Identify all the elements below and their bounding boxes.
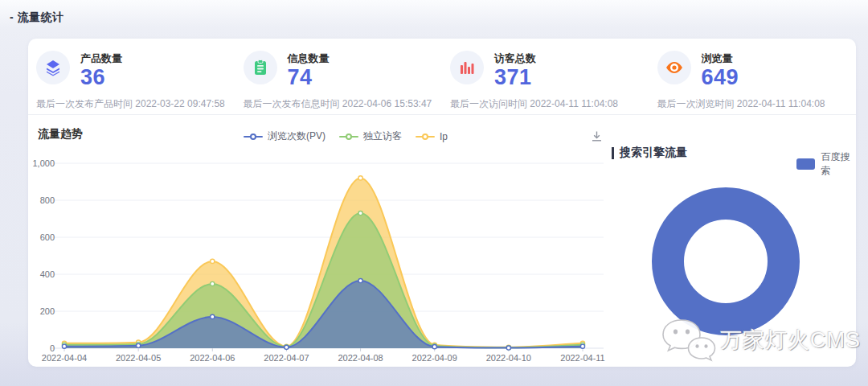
search-engine-donut-chart[interactable] — [652, 187, 800, 335]
svg-text:1,000: 1,000 — [32, 158, 55, 168]
svg-text:2022-04-05: 2022-04-05 — [116, 353, 161, 363]
stat-caption: 最后一次浏览时间 2022-04-11 11:04:08 — [657, 97, 857, 111]
eye-icon — [657, 51, 691, 84]
svg-text:2022-04-06: 2022-04-06 — [190, 353, 235, 363]
stat-caption: 最后一次访问时间 2022-04-11 11:04:08 — [450, 97, 649, 111]
title-accent-bar — [612, 147, 614, 159]
svg-text:2022-04-04: 2022-04-04 — [42, 353, 87, 363]
svg-text:400: 400 — [40, 269, 55, 279]
svg-text:800: 800 — [40, 195, 55, 205]
stat-value: 36 — [80, 66, 122, 88]
legend-label: 百度搜索 — [821, 150, 856, 178]
stats-row: 产品数量 36 最后一次发布产品时间 2022-03-22 09:47:58 — [28, 39, 856, 115]
stat-card-products: 产品数量 36 最后一次发布产品时间 2022-03-22 09:47:58 — [28, 39, 235, 114]
svg-text:2022-04-07: 2022-04-07 — [264, 353, 309, 363]
stat-label: 信息数量 — [288, 51, 330, 66]
svg-text:2022-04-08: 2022-04-08 — [338, 353, 383, 363]
layers-icon — [36, 51, 70, 84]
stat-card-visitors: 访客总数 371 最后一次访问时间 2022-04-11 11:04:08 — [442, 39, 649, 114]
pie-legend-baidu[interactable]: 百度搜索 — [796, 150, 856, 178]
stat-card-pageviews: 浏览量 649 最后一次浏览时间 2022-04-11 11:04:08 — [649, 39, 857, 114]
svg-text:0: 0 — [50, 343, 55, 353]
svg-text:2022-04-10: 2022-04-10 — [486, 353, 531, 363]
svg-text:200: 200 — [40, 306, 55, 316]
dashboard-panel: 产品数量 36 最后一次发布产品时间 2022-03-22 09:47:58 — [28, 39, 856, 367]
stat-value: 371 — [494, 66, 536, 88]
stat-value: 74 — [288, 66, 330, 88]
traffic-trend-chart[interactable]: 02004006008001,0002022-04-042022-04-0520… — [28, 119, 615, 365]
stat-caption: 最后一次发布信息时间 2022-04-06 15:53:47 — [244, 97, 443, 111]
svg-text:2022-04-11: 2022-04-11 — [560, 353, 604, 363]
stat-label: 产品数量 — [80, 51, 122, 66]
stat-card-messages: 信息数量 74 最后一次发布信息时间 2022-04-06 15:53:47 — [235, 39, 443, 114]
search-engine-title: 搜索引擎流量 — [612, 146, 687, 160]
clipboard-icon — [244, 51, 277, 84]
svg-text:600: 600 — [40, 232, 55, 242]
stat-caption: 最后一次发布产品时间 2022-03-22 09:47:58 — [36, 97, 235, 111]
svg-text:2022-04-09: 2022-04-09 — [412, 353, 457, 363]
stat-value: 649 — [702, 66, 739, 88]
page-title: - 流量统计 — [10, 10, 64, 25]
stat-label: 访客总数 — [494, 51, 536, 66]
legend-swatch — [796, 158, 815, 170]
bar-chart-icon — [450, 51, 484, 84]
stat-label: 浏览量 — [702, 51, 739, 66]
